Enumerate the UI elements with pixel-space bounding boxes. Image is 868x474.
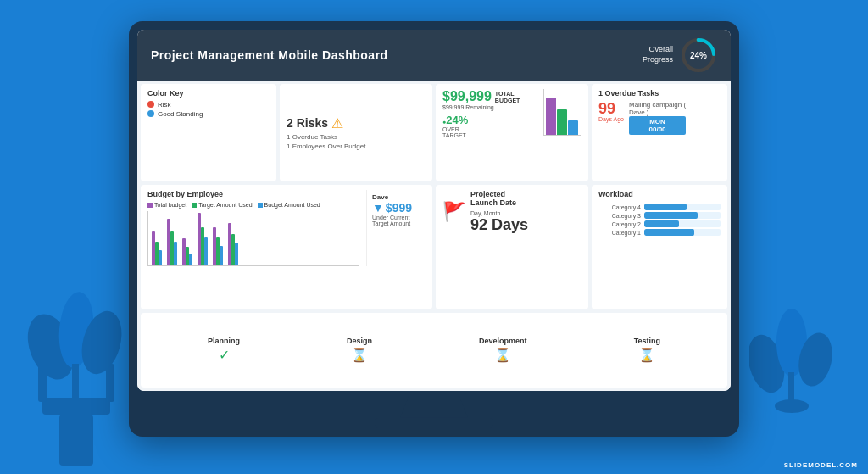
- chart-legend: Total budget Target Amount Used Budget A…: [147, 202, 359, 208]
- color-key-card: Color Key Risk Good Standing: [141, 84, 276, 182]
- budget-amount: $99,999: [442, 89, 492, 104]
- good-label: Good Standing: [158, 110, 203, 118]
- workload-row-1: Category 3: [598, 212, 721, 219]
- legend-dot-target: [192, 203, 197, 208]
- currently-pct: 24%: [446, 114, 468, 126]
- budget-total-label: TOTALBUDGET: [495, 91, 520, 105]
- hourglass-icon-1: ⌛: [351, 347, 368, 363]
- overdue-days-block: 99 Days Ago: [598, 101, 624, 122]
- launch-content: 🚩 ProjectedLaunch Date Day, Month 92 Day…: [442, 190, 528, 234]
- risk-item-0: 1 Overdue Tasks: [287, 133, 426, 141]
- days-number: 99: [598, 101, 624, 116]
- budget-remaining: $99,999 Remaining: [442, 104, 537, 110]
- dave-amount-row: ▼ $999: [372, 201, 426, 215]
- dashboard-screen: Project Management Mobile Dashboard Over…: [137, 30, 731, 391]
- phase-name-3: Testing: [634, 337, 660, 345]
- days-label: Days Ago: [598, 116, 624, 122]
- svg-rect-3: [106, 364, 114, 402]
- overall-progress-section: OverallProgress 24%: [643, 36, 717, 74]
- legend-budget-label: Budget Amount Used: [264, 202, 320, 208]
- monitor-stand: [400, 393, 468, 418]
- workload-label-2: Category 2: [598, 221, 641, 227]
- launch-card: 🚩 ProjectedLaunch Date Day, Month 92 Day…: [436, 185, 588, 309]
- phase-name-1: Design: [347, 337, 372, 345]
- phase-testing: Testing ⌛: [634, 337, 660, 363]
- workload-row-0: Category 4: [598, 204, 721, 210]
- bar-chart: [147, 211, 359, 266]
- key-risk: Risk: [147, 101, 270, 109]
- legend-target: Target Amount Used: [192, 202, 252, 208]
- day-label: MON: [632, 118, 682, 125]
- phase-development: Development ⌛: [479, 337, 527, 363]
- workload-bar-bg-3: [644, 229, 721, 236]
- phases-card: Planning ✓ Design ⌛ Development ⌛ Testin…: [141, 313, 727, 388]
- overdue-title: 1 Overdue Tasks: [598, 89, 721, 98]
- launch-date-label: Day, Month: [470, 210, 528, 216]
- svg-rect-1: [42, 398, 110, 415]
- legend-total-label: Total budget: [154, 202, 186, 208]
- risk-item-1: 1 Employees Over Budget: [287, 142, 426, 150]
- campaign-info: Mailing campaign (Dave ): [629, 101, 686, 116]
- legend-total: Total budget: [147, 202, 186, 208]
- over-target: OVERTARGET: [442, 126, 537, 138]
- dashboard-header: Project Management Mobile Dashboard Over…: [137, 30, 731, 81]
- workload-bar-fill-3: [644, 229, 694, 236]
- workload-bar-bg-2: [644, 220, 721, 227]
- legend-dot-budget: [258, 203, 263, 208]
- check-icon-0: ✓: [219, 347, 230, 363]
- hourglass-icon-2: ⌛: [494, 347, 511, 363]
- svg-point-12: [775, 399, 809, 413]
- down-arrow-icon: ▼: [372, 201, 384, 215]
- chart-title: Budget by Employee: [147, 190, 359, 198]
- workload-label-0: Category 4: [598, 204, 641, 210]
- flag-icon: 🚩: [442, 201, 465, 223]
- watermark: SLIDEMODEL.COM: [784, 461, 858, 469]
- launch-title: ProjectedLaunch Date: [470, 190, 528, 207]
- under-target: Under Current Target Amount: [372, 215, 426, 226]
- workload-row-3: Category 1: [598, 229, 721, 236]
- legend-dot-total: [147, 203, 153, 208]
- workload-bar-bg-0: [644, 204, 721, 210]
- dave-info: Dave ▼ $999 Under Current Target Amount: [366, 190, 426, 266]
- key-good: Good Standing: [147, 110, 270, 118]
- chart-container: Budget by Employee Total budget Target A…: [147, 190, 359, 266]
- overdue-content: 99 Days Ago Mailing campaign (Dave ) MON…: [598, 101, 721, 135]
- currently-label: ●24%: [442, 114, 537, 126]
- risk-dot: [147, 101, 154, 108]
- budget-summary-card: $99,999 TOTALBUDGET $99,999 Remaining ●2…: [436, 84, 588, 182]
- mon-box: MON 00/00: [629, 116, 686, 135]
- workload-bar-fill-1: [644, 212, 698, 219]
- overdue-card: 1 Overdue Tasks 99 Days Ago Mailing camp…: [592, 84, 727, 182]
- campaign-block: Mailing campaign (Dave ) MON 00/00: [629, 101, 686, 135]
- launch-days: 92 Days: [470, 216, 528, 234]
- svg-rect-7: [72, 364, 79, 398]
- color-key-title: Color Key: [147, 89, 270, 98]
- good-dot: [147, 110, 154, 117]
- legend-budget: Budget Amount Used: [258, 202, 320, 208]
- budget-mini-chart: [543, 89, 581, 177]
- risks-header: 2 Risks ⚠: [287, 115, 426, 131]
- phase-planning: Planning ✓: [208, 337, 240, 363]
- dashboard-body: Color Key Risk Good Standing 2 Risks ⚠ 1…: [137, 81, 731, 391]
- budget-bar-1: [546, 98, 556, 134]
- progress-pct: 24%: [690, 50, 707, 59]
- workload-card: Workload Category 4 Category 3: [592, 185, 727, 309]
- budget-employee-card: Budget by Employee Total budget Target A…: [141, 185, 432, 309]
- dashboard-title: Project Management Mobile Dashboard: [151, 48, 388, 62]
- budget-bar-2: [557, 109, 567, 135]
- warning-icon: ⚠: [331, 115, 343, 131]
- workload-title: Workload: [598, 190, 721, 198]
- workload-label-3: Category 1: [598, 230, 641, 236]
- risks-card: 2 Risks ⚠ 1 Overdue Tasks 1 Employees Ov…: [280, 84, 432, 182]
- bar-group-2: [182, 238, 192, 265]
- workload-bar-fill-0: [644, 204, 687, 210]
- phase-design: Design ⌛: [347, 337, 372, 363]
- risks-count: 2 Risks: [287, 116, 328, 130]
- dave-amount: $999: [386, 201, 412, 215]
- monitor-base: [375, 418, 493, 428]
- workload-label-1: Category 3: [598, 213, 641, 219]
- dave-name: Dave: [372, 193, 426, 201]
- hourglass-icon-3: ⌛: [638, 347, 655, 363]
- workload-bar-fill-2: [644, 220, 679, 227]
- risk-label: Risk: [158, 101, 171, 109]
